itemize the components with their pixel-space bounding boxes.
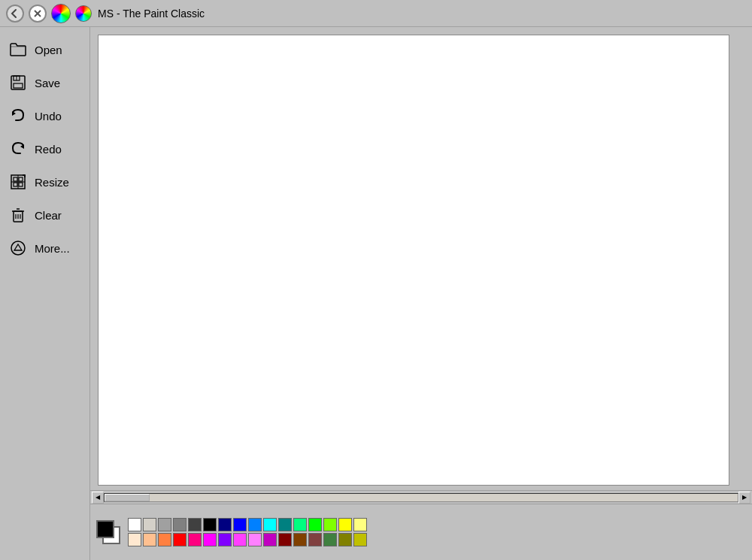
open-label: Open — [35, 44, 62, 56]
color-gray[interactable] — [173, 518, 186, 531]
color-rosybrown[interactable] — [308, 533, 322, 546]
canvas-scroll-area[interactable] — [90, 27, 752, 490]
color-cornblue[interactable] — [248, 518, 262, 531]
color-midgray[interactable] — [158, 518, 171, 531]
main-area: Open Save Undo — [0, 27, 752, 560]
color-cyan[interactable] — [263, 518, 277, 531]
color-mintgreen[interactable] — [293, 518, 307, 531]
color-darkpurple[interactable] — [263, 533, 277, 546]
sidebar-item-more[interactable]: More... — [0, 233, 89, 263]
color-darkgreen[interactable] — [323, 533, 337, 546]
palette-row-2 — [128, 533, 367, 546]
color-olive[interactable] — [338, 533, 352, 546]
svg-rect-12 — [19, 183, 23, 186]
svg-rect-4 — [14, 83, 23, 88]
color-hotpink[interactable] — [188, 533, 202, 546]
title-bar: MS - The Paint Classic — [0, 0, 752, 27]
sidebar-item-undo[interactable]: Undo — [0, 101, 89, 131]
redo-label: Redo — [35, 143, 62, 156]
color-green[interactable] — [308, 518, 322, 531]
scroll-right-button[interactable]: ▶ — [738, 492, 750, 504]
color-peach[interactable] — [128, 533, 141, 546]
color-black[interactable] — [203, 518, 217, 531]
folder-icon — [9, 41, 27, 59]
trash-icon — [9, 206, 27, 224]
save-label: Save — [35, 77, 60, 89]
scrollbar-thumb[interactable] — [105, 494, 150, 501]
color-chartreuse[interactable] — [323, 518, 337, 531]
close-button[interactable] — [29, 5, 47, 23]
canvas-container: ◀ ▶ — [90, 27, 752, 560]
color-red[interactable] — [173, 533, 186, 546]
horizontal-scrollbar: ◀ ▶ — [90, 490, 752, 504]
sidebar-item-save[interactable]: Save — [0, 68, 89, 98]
title-bar-icons — [6, 4, 92, 23]
more-icon — [9, 239, 27, 257]
color-palette-area — [90, 504, 752, 560]
save-icon — [9, 74, 27, 92]
app-title: MS - The Paint Classic — [98, 8, 205, 20]
scroll-left-button[interactable]: ◀ — [92, 492, 104, 504]
sidebar-item-resize[interactable]: Resize — [0, 167, 89, 197]
color-salmon[interactable] — [143, 533, 156, 546]
sidebar: Open Save Undo — [0, 27, 90, 560]
color-lightyellow[interactable] — [353, 518, 367, 531]
color-brown[interactable] — [293, 533, 307, 546]
svg-point-21 — [11, 241, 25, 255]
sidebar-item-clear[interactable]: Clear — [0, 200, 89, 230]
color-pinklavender[interactable] — [248, 533, 262, 546]
drawing-canvas[interactable] — [98, 35, 729, 486]
current-colors — [96, 520, 120, 544]
palette-row-1 — [128, 518, 367, 531]
sidebar-item-redo[interactable]: Redo — [0, 134, 89, 164]
scrollbar-track[interactable] — [104, 493, 738, 502]
foreground-color[interactable] — [96, 520, 114, 538]
clear-label: Clear — [35, 209, 62, 222]
undo-label: Undo — [35, 110, 62, 123]
color-teal[interactable] — [278, 518, 292, 531]
svg-rect-11 — [14, 183, 17, 186]
more-label: More... — [35, 242, 70, 255]
color-magenta[interactable] — [203, 533, 217, 546]
color-white[interactable] — [128, 518, 141, 531]
color-palette-grid — [128, 518, 367, 546]
color-blue[interactable] — [233, 518, 247, 531]
resize-label: Resize — [35, 176, 69, 189]
redo-icon — [9, 140, 27, 158]
color-orange[interactable] — [158, 533, 171, 546]
svg-rect-9 — [14, 177, 17, 181]
sidebar-item-open[interactable]: Open — [0, 35, 89, 65]
resize-icon — [9, 173, 27, 191]
color-darkgray[interactable] — [188, 518, 202, 531]
app-icon — [75, 5, 92, 22]
color-yellow[interactable] — [338, 518, 352, 531]
color-purple[interactable] — [218, 533, 232, 546]
color-maroon[interactable] — [278, 533, 292, 546]
svg-rect-10 — [19, 177, 23, 181]
undo-icon — [9, 107, 27, 125]
back-button[interactable] — [6, 5, 24, 23]
color-darkyellow[interactable] — [353, 533, 367, 546]
color-lightmagenta[interactable] — [233, 533, 247, 546]
color-wheel-icon — [51, 4, 71, 23]
color-navy[interactable] — [218, 518, 232, 531]
svg-marker-22 — [14, 244, 22, 250]
color-lightgray[interactable] — [143, 518, 156, 531]
